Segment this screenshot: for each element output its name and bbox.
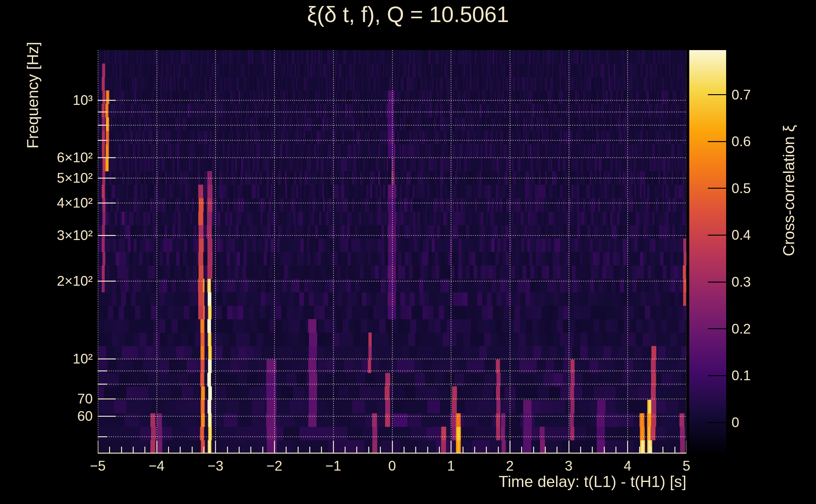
colorbar-tick-label: 0	[732, 414, 791, 431]
colorbar-tick-label: 0.3	[732, 273, 791, 290]
colorbar-tick-label: 0.1	[732, 367, 791, 384]
x-tick-label: −5	[66, 457, 129, 474]
x-axis-title: Time delay: t(L1) - t(H1) [s]	[371, 473, 687, 491]
colorbar-tick	[708, 235, 726, 236]
colorbar-tick-label: 0.7	[732, 86, 791, 103]
y-tick-label: 2×10²	[13, 272, 93, 289]
y-tick-label: 10³	[13, 92, 93, 109]
colorbar-tick	[708, 282, 726, 283]
y-tick-label: 6×10²	[13, 149, 93, 166]
heatmap-canvas	[98, 50, 687, 454]
colorbar-tick-label: 0.5	[732, 180, 791, 197]
colorbar-tick	[708, 94, 726, 95]
colorbar-tick	[708, 141, 726, 142]
y-tick-label: 70	[13, 390, 93, 407]
y-tick-label: 10²	[13, 350, 93, 367]
colorbar-tick	[708, 188, 726, 189]
y-tick-label: 5×10²	[13, 169, 93, 186]
x-tick-label: −1	[302, 457, 365, 474]
y-tick-label: 3×10²	[13, 227, 93, 244]
y-tick-label: 4×10²	[13, 194, 93, 211]
colorbar-tick-label: 0.4	[732, 226, 791, 243]
colorbar-tick-label: 0.6	[732, 133, 791, 150]
x-tick-label: 5	[655, 457, 718, 474]
x-tick-label: 3	[537, 457, 600, 474]
colorbar-tick	[708, 328, 726, 329]
colorbar-tick	[708, 375, 726, 376]
colorbar-gradient	[689, 50, 726, 454]
plot-title: ξ(δ t, f), Q = 10.5061	[219, 2, 597, 27]
x-tick-label: 1	[419, 457, 482, 474]
x-tick-label: 2	[478, 457, 541, 474]
colorbar-tick-label: 0.2	[732, 320, 791, 337]
colorbar-tick	[708, 422, 726, 423]
y-tick-label: 60	[13, 408, 93, 425]
x-tick-label: −2	[243, 457, 306, 474]
x-tick-label: 4	[596, 457, 659, 474]
x-tick-label: −4	[125, 457, 188, 474]
x-tick-label: −3	[184, 457, 247, 474]
cross-correlation-spectrogram: ξ(δ t, f), Q = 10.5061 Frequency [Hz] Ti…	[0, 0, 816, 504]
x-tick-label: 0	[361, 457, 424, 474]
